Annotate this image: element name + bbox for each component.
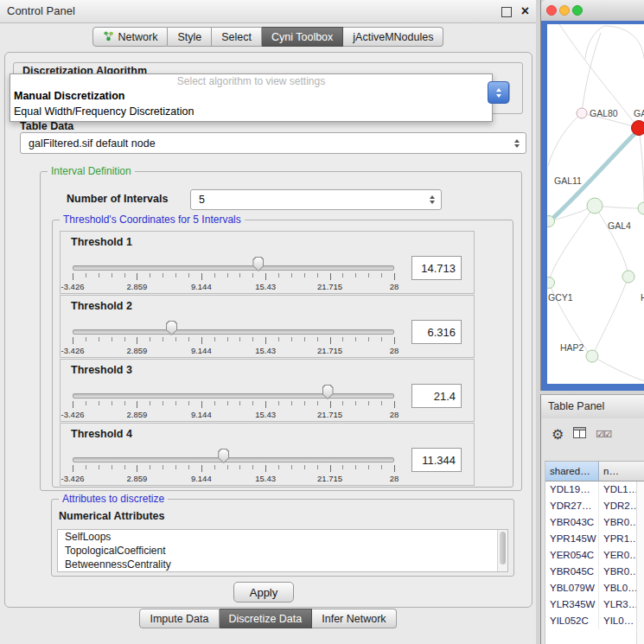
tick-mark bbox=[188, 465, 189, 469]
threshold-value-field[interactable]: 11.344 bbox=[411, 448, 462, 472]
threshold-slider[interactable]: -3.4262.8599.14415.4321.71528 bbox=[71, 443, 396, 482]
apply-button[interactable]: Apply bbox=[233, 582, 294, 603]
tick-mark bbox=[368, 273, 369, 277]
control-panel-titlebar[interactable]: Control Panel × bbox=[0, 0, 536, 23]
tick-mark bbox=[239, 273, 240, 277]
table-row[interactable]: YDL19…YDL1… bbox=[545, 481, 644, 498]
tick-mark bbox=[201, 273, 202, 280]
tab-style[interactable]: Style bbox=[168, 27, 212, 47]
network-node[interactable] bbox=[632, 121, 644, 136]
tab-cyni-toolbox[interactable]: Cyni Toolbox bbox=[262, 27, 343, 47]
network-node[interactable] bbox=[547, 277, 555, 289]
minimize-traffic-light[interactable] bbox=[559, 5, 570, 16]
tab-label: Impute Data bbox=[150, 613, 208, 625]
zoom-traffic-light[interactable] bbox=[572, 5, 583, 16]
table-row[interactable]: YBL079WYBL0… bbox=[545, 580, 644, 596]
column-header-name[interactable]: n… bbox=[599, 462, 644, 481]
tick-mark bbox=[342, 465, 343, 469]
attributes-group: Attributes to discretize Numerical Attri… bbox=[51, 499, 514, 577]
close-window-icon[interactable]: × bbox=[521, 3, 529, 20]
attribute-item[interactable]: TopologicalCoefficient bbox=[58, 544, 507, 558]
float-window-icon[interactable] bbox=[501, 7, 512, 17]
table-panel-header[interactable]: Table Panel bbox=[540, 394, 644, 420]
column-header-shared-name[interactable]: shared… bbox=[545, 462, 599, 481]
tick-mark bbox=[86, 401, 86, 405]
slider-track[interactable] bbox=[73, 265, 394, 271]
dropdown-option-equal-width[interactable]: Equal Width/Frequency Discretization bbox=[10, 104, 492, 119]
tab-jactivemnodules[interactable]: jActiveMNodules bbox=[343, 27, 443, 47]
tick-mark bbox=[73, 273, 73, 280]
slider-tick-labels: -3.4262.8599.14415.4321.71528 bbox=[73, 474, 394, 483]
tick-mark bbox=[99, 273, 99, 277]
dropdown-option-manual[interactable]: Manual Discretization bbox=[10, 88, 492, 104]
scrollbar-thumb[interactable] bbox=[500, 532, 506, 564]
tick-mark bbox=[150, 465, 150, 469]
tab-impute-data[interactable]: Impute Data bbox=[139, 609, 219, 628]
table-row[interactable]: YPR145WYPR1… bbox=[545, 531, 644, 547]
tick-label: -3.426 bbox=[61, 346, 85, 355]
number-of-intervals-combobox[interactable]: 5 bbox=[190, 189, 442, 210]
tab-network[interactable]: Network bbox=[92, 27, 169, 47]
tab-discretize-data[interactable]: Discretize Data bbox=[220, 609, 313, 628]
slider-ticks bbox=[73, 465, 394, 473]
cyni-toolbox-panel: Discretization Algorithm Select algorith… bbox=[4, 52, 532, 608]
threshold-slider[interactable]: -3.4262.8599.14415.4321.71528 bbox=[71, 379, 396, 418]
tick-mark bbox=[330, 401, 331, 408]
numerical-attributes-list[interactable]: SelfLoopsTopologicalCoefficientBetweenne… bbox=[57, 529, 508, 572]
tab-infer-network[interactable]: Infer Network bbox=[312, 609, 396, 628]
threshold-value-field[interactable]: 21.4 bbox=[411, 384, 462, 408]
network-canvas[interactable]: GAL80GAGAL11GAL4GCY1HHAP2 bbox=[547, 24, 644, 384]
tick-label: 2.859 bbox=[127, 282, 148, 291]
tick-mark bbox=[99, 465, 99, 469]
attribute-item[interactable]: BetweennessCentrality bbox=[58, 558, 507, 571]
table-data-value: galFiltered.sif default node bbox=[29, 137, 156, 150]
tick-mark bbox=[175, 401, 176, 405]
attribute-item[interactable]: SelfLoops bbox=[58, 530, 507, 544]
network-edge bbox=[604, 26, 644, 59]
threshold-label: Threshold 1 bbox=[71, 236, 132, 248]
table-data-combobox[interactable]: galFiltered.sif default node bbox=[20, 132, 526, 154]
tick-mark bbox=[188, 401, 189, 405]
table-row[interactable]: YIL052CYIL0… bbox=[545, 613, 644, 629]
threshold-slider[interactable]: -3.4262.8599.14415.4321.71528 bbox=[71, 251, 396, 290]
table-row[interactable]: YBR043CYBR0… bbox=[545, 514, 644, 531]
threshold-value-field[interactable]: 6.316 bbox=[411, 320, 462, 344]
table-scrollbar[interactable] bbox=[636, 481, 644, 644]
tick-mark bbox=[330, 465, 331, 472]
tick-mark bbox=[394, 273, 395, 280]
network-node-label: GAL4 bbox=[608, 220, 631, 231]
network-node[interactable] bbox=[586, 350, 598, 362]
gear-icon[interactable]: ⚙ bbox=[552, 426, 564, 443]
tick-label: 9.144 bbox=[191, 474, 212, 483]
slider-ticks bbox=[73, 401, 394, 409]
network-node[interactable] bbox=[638, 202, 644, 214]
table-row[interactable]: YDR27…YDR2… bbox=[545, 498, 644, 514]
table-row[interactable]: YBR045CYBR0… bbox=[545, 564, 644, 580]
tab-select[interactable]: Select bbox=[212, 27, 262, 47]
network-node[interactable] bbox=[577, 108, 587, 118]
tick-mark bbox=[137, 401, 137, 408]
table-row[interactable]: YLR345WYLR3… bbox=[545, 596, 644, 613]
network-node[interactable] bbox=[622, 271, 634, 283]
thresholds-group: Threshold's Coordinates for 5 Intervals … bbox=[52, 220, 513, 488]
threshold-value-field[interactable]: 14.713 bbox=[411, 256, 462, 280]
tick-label: 15.43 bbox=[255, 346, 276, 355]
tick-mark bbox=[124, 465, 125, 469]
tick-mark bbox=[201, 465, 202, 472]
close-traffic-light[interactable] bbox=[546, 5, 557, 16]
tab-label: Infer Network bbox=[322, 613, 386, 625]
algorithm-combobox-stepper[interactable] bbox=[488, 81, 509, 104]
list-scrollbar[interactable] bbox=[497, 530, 507, 571]
network-window-titlebar[interactable] bbox=[541, 0, 644, 22]
slider-track[interactable] bbox=[73, 329, 394, 335]
columns-icon[interactable] bbox=[573, 426, 586, 442]
select-columns-icon[interactable]: ☑☑ bbox=[596, 429, 611, 440]
cyni-mode-tabbar: Impute Data Discretize Data Infer Networ… bbox=[0, 609, 536, 628]
slider-track[interactable] bbox=[73, 457, 394, 462]
screen: Control Panel × Network S bbox=[0, 0, 644, 644]
network-node[interactable] bbox=[547, 216, 555, 227]
threshold-slider[interactable]: -3.4262.8599.14415.4321.71528 bbox=[71, 315, 396, 354]
table-row[interactable]: YER054CYER0… bbox=[545, 547, 644, 564]
network-node[interactable] bbox=[587, 198, 603, 214]
slider-track[interactable] bbox=[73, 393, 394, 399]
